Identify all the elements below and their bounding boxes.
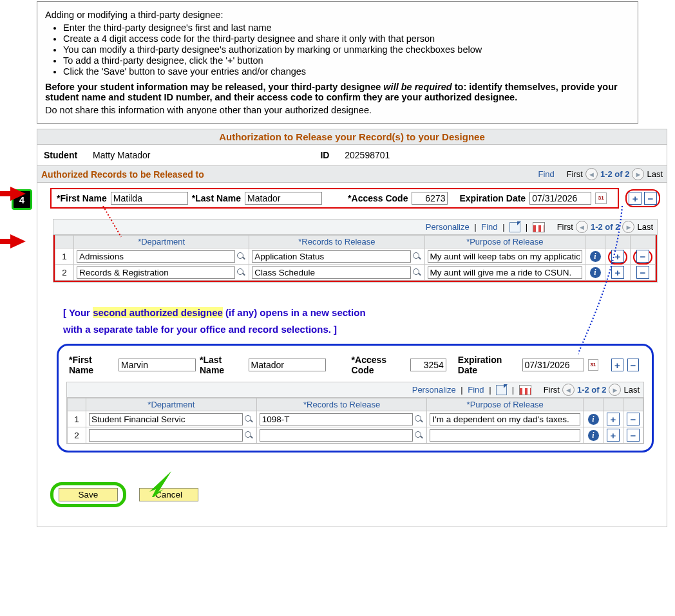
- info-icon[interactable]: i: [588, 430, 599, 441]
- annotation-part: [ Your: [63, 307, 93, 318]
- calendar-icon[interactable]: [588, 359, 599, 371]
- authorization-panel: Authorization to Release your Record(s) …: [37, 129, 667, 527]
- department-input[interactable]: [89, 413, 243, 425]
- remove-designee-button[interactable]: −: [644, 192, 657, 205]
- first-label: First: [544, 385, 560, 395]
- add-row-button[interactable]: +: [611, 266, 624, 279]
- last-name-input[interactable]: [245, 192, 322, 205]
- grid-icon[interactable]: [519, 385, 531, 395]
- lookup-icon[interactable]: [412, 252, 422, 261]
- purpose-input[interactable]: [430, 429, 580, 442]
- lookup-icon[interactable]: [414, 431, 424, 440]
- row-number: 2: [55, 265, 74, 281]
- col-records[interactable]: Records to Release: [256, 398, 427, 411]
- lookup-icon[interactable]: [236, 268, 246, 277]
- row-number: 2: [68, 427, 86, 443]
- records-input[interactable]: [260, 429, 414, 442]
- panel-title: Authorization to Release your Record(s) …: [37, 129, 667, 145]
- popout-icon[interactable]: [496, 385, 507, 395]
- row-number: 1: [55, 248, 74, 265]
- popout-icon[interactable]: [509, 222, 520, 232]
- annotation-part: (if any) opens in a new section: [223, 307, 366, 318]
- instructions-item: Create a 4 digit access code for the thi…: [63, 33, 630, 44]
- remove-designee-button[interactable]: −: [627, 359, 639, 371]
- last-name-input[interactable]: [249, 359, 326, 371]
- lookup-icon[interactable]: [412, 268, 422, 277]
- col-purpose[interactable]: Purpose of Release: [427, 398, 584, 411]
- first-name-label: *First Name: [69, 355, 115, 375]
- info-icon[interactable]: i: [590, 251, 601, 262]
- calendar-icon[interactable]: [595, 192, 607, 204]
- designee-name-row: *First Name *Last Name *Access Code Expi…: [50, 188, 619, 209]
- col-records[interactable]: Records to Release: [249, 236, 424, 248]
- grid-icon[interactable]: [533, 222, 545, 232]
- department-input[interactable]: [77, 266, 235, 279]
- last-label: Last: [623, 385, 640, 395]
- records-input[interactable]: [252, 250, 410, 263]
- department-input[interactable]: [77, 250, 235, 263]
- first-name-input[interactable]: [119, 359, 196, 371]
- last-label: Last: [637, 222, 653, 232]
- find-link[interactable]: Find: [481, 222, 497, 232]
- department-input[interactable]: [89, 429, 243, 442]
- student-row: Student Matty Matador ID 202598701: [37, 145, 667, 165]
- add-row-button[interactable]: +: [607, 429, 620, 442]
- col-department[interactable]: Department: [74, 236, 249, 248]
- purpose-input[interactable]: [428, 266, 582, 279]
- nav-links: Find First ◄ 1-2 of 2 ► Last: [538, 168, 663, 180]
- add-remove-highlight: + −: [625, 189, 660, 207]
- lookup-icon[interactable]: [244, 431, 254, 440]
- add-designee-button[interactable]: +: [629, 192, 642, 205]
- expiration-input[interactable]: [522, 359, 584, 371]
- first-label: First: [557, 222, 573, 232]
- next-icon[interactable]: ►: [609, 384, 621, 396]
- subsection-header: Authorized Records to be Released to Fin…: [37, 165, 667, 183]
- add-row-button[interactable]: +: [611, 250, 624, 263]
- purpose-input[interactable]: [428, 250, 582, 263]
- range-text: 1-2 of 2: [600, 169, 630, 179]
- save-button[interactable]: Save: [59, 488, 118, 501]
- subsection-title: Authorized Records to be Released to: [41, 169, 204, 180]
- next-icon[interactable]: ►: [632, 168, 644, 180]
- find-link[interactable]: Find: [468, 385, 484, 395]
- lookup-icon[interactable]: [244, 415, 254, 424]
- info-icon[interactable]: i: [588, 414, 599, 425]
- prev-icon[interactable]: ◄: [585, 168, 598, 180]
- last-name-label: *Last Name: [192, 193, 241, 203]
- col-department[interactable]: Department: [86, 398, 257, 411]
- prev-icon[interactable]: ◄: [562, 384, 575, 396]
- remove-row-button[interactable]: −: [627, 413, 640, 425]
- add-row-button[interactable]: +: [607, 413, 620, 425]
- personalize-link[interactable]: Personalize: [426, 222, 470, 232]
- expiration-input[interactable]: [529, 192, 591, 205]
- lookup-icon[interactable]: [236, 252, 246, 261]
- instructions-box: Adding or modifying a third-party design…: [37, 1, 638, 124]
- purpose-input[interactable]: [430, 413, 580, 425]
- remove-row-button[interactable]: −: [636, 266, 649, 279]
- remove-row-button[interactable]: −: [627, 429, 640, 442]
- info-icon[interactable]: i: [590, 267, 601, 278]
- designee-block-2: *First Name *Last Name *Access Code Expi…: [57, 344, 654, 453]
- instructions-item: Enter the third-party designee's first a…: [63, 23, 630, 33]
- records-input[interactable]: [252, 266, 410, 279]
- records-input[interactable]: [260, 413, 414, 425]
- first-name-input[interactable]: [111, 192, 188, 205]
- annotation-text: [ Your second authorized designee (if an…: [50, 283, 660, 344]
- records-table: Department Records to Release Purpose of…: [67, 398, 643, 443]
- find-link[interactable]: Find: [538, 169, 554, 179]
- lookup-icon[interactable]: [414, 415, 424, 424]
- remove-row-button[interactable]: −: [636, 250, 649, 263]
- personalize-link[interactable]: Personalize: [412, 385, 456, 395]
- access-code-input[interactable]: [412, 192, 448, 205]
- access-code-input[interactable]: [410, 359, 446, 371]
- annotation-part: with a separate table for your office an…: [63, 324, 337, 335]
- col-purpose[interactable]: Purpose of Release: [424, 236, 585, 248]
- range-text: 1-2 of 2: [591, 222, 620, 232]
- prev-icon[interactable]: ◄: [576, 221, 588, 233]
- next-icon[interactable]: ►: [622, 221, 634, 233]
- instructions-share: Do not share this information with anyon…: [45, 105, 630, 115]
- row-number: 1: [68, 411, 86, 427]
- arrow-annotation-icon: [10, 234, 26, 248]
- add-designee-button[interactable]: +: [611, 359, 623, 371]
- instructions-item: To add a third-party designee, click the…: [63, 55, 630, 66]
